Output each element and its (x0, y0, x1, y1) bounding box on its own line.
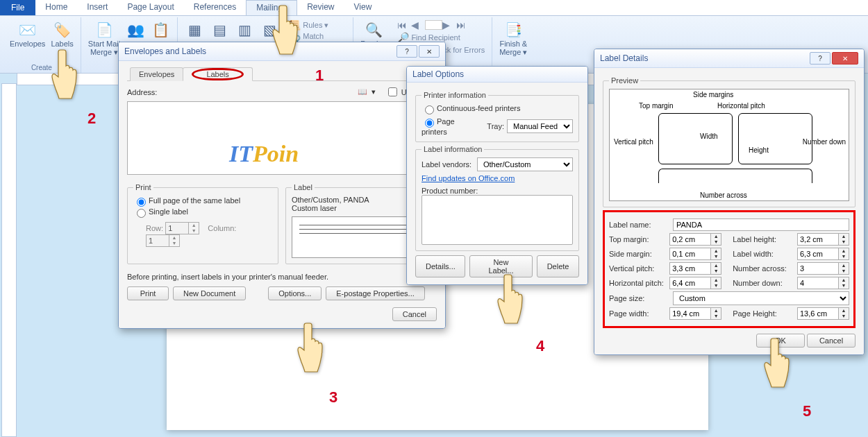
group-finish: 📑 Finish & Merge ▾ (492, 17, 534, 73)
radio-single-label[interactable] (137, 209, 146, 218)
dlg3-ok[interactable]: OK (756, 334, 805, 348)
tab-review[interactable]: Review (297, 0, 344, 15)
edit-recipients-icon: 📋 (151, 20, 170, 40)
product-number-list[interactable] (422, 195, 573, 245)
labelname-input[interactable] (673, 218, 849, 231)
btn-options[interactable]: Options... (268, 286, 322, 300)
address-dropdown-icon[interactable]: ▾ (372, 87, 376, 96)
tray-select[interactable]: Manual Feed (507, 119, 573, 133)
vpitch-input[interactable]: ▲▼ (669, 262, 721, 275)
tab-insert[interactable]: Insert (77, 0, 117, 15)
link-find-updates[interactable]: Find updates on Office.com (422, 174, 515, 182)
numacross-input[interactable]: ▲▼ (797, 262, 849, 275)
ruler-vertical (1, 83, 17, 437)
address-label: Address: (127, 88, 353, 96)
pagewidth-input[interactable]: ▲▼ (669, 307, 721, 320)
topmargin-label: Top margin: (609, 235, 669, 243)
address-textarea[interactable] (127, 101, 444, 175)
btn-start-merge-label: Start Mail Merge ▾ (88, 40, 120, 57)
row-input (165, 222, 189, 234)
label-legend: Label (292, 183, 315, 191)
label-icon: 🏷️ (53, 20, 72, 40)
dialog-label-details: Label Details ? ✕ Preview Side margins T… (594, 49, 865, 355)
tab-view[interactable]: View (344, 0, 382, 15)
tab-mailings[interactable]: Mailings (246, 0, 297, 15)
btn-delete[interactable]: Delete (537, 255, 579, 277)
pageheight-input[interactable]: ▲▼ (797, 307, 849, 320)
hpitch-label: Horizontal pitch: (609, 279, 669, 287)
tab-references[interactable]: References (184, 0, 246, 15)
btn-epostage[interactable]: E-postage Properties... (326, 286, 425, 300)
greeting-icon: ▥ (235, 20, 254, 40)
sidemargin-input[interactable]: ▲▼ (669, 248, 721, 260)
dlg1-help-button[interactable]: ? (397, 45, 417, 58)
dlg1-close-button[interactable]: ✕ (419, 45, 440, 58)
sidemargin-label: Side margin: (609, 250, 669, 258)
opt-page-printers[interactable]: Page printers (422, 117, 478, 136)
nav-arrows[interactable]: ⏮◀ ▶⏭ (397, 19, 485, 31)
tab-envelopes[interactable]: Envelopes (130, 67, 183, 81)
btn-print[interactable]: Print (127, 286, 169, 300)
vendors-select[interactable]: Other/Custom (477, 157, 573, 171)
dlg3-titlebar[interactable]: Label Details ? ✕ (594, 49, 864, 68)
numdown-label: Number down: (733, 279, 797, 287)
btn-start-mail-merge[interactable]: 📄 Start Mail Merge ▾ (88, 20, 120, 57)
dlg2-title: Label Options (412, 69, 464, 79)
recipients-icon: 👥 (126, 20, 145, 40)
column-input (146, 234, 169, 247)
finish-icon: 📑 (503, 20, 523, 40)
vpitch-label: Vertical pitch: (609, 264, 669, 273)
topmargin-input[interactable]: ▲▼ (669, 233, 721, 246)
addressblock-icon: ▤ (210, 20, 229, 40)
column-label: Column: (208, 224, 236, 232)
btn-finish-merge[interactable]: 📑 Finish & Merge ▾ (499, 20, 527, 57)
dialog-envelopes-labels: Envelopes and Labels ? ✕ Envelopes Label… (118, 42, 446, 329)
btn-labels[interactable]: 🏷️ Labels (51, 20, 73, 48)
tab-page-layout[interactable]: Page Layout (117, 0, 183, 15)
pagewidth-label: Page width: (609, 309, 669, 318)
btn-finish-label: Finish & Merge ▾ (499, 40, 527, 57)
opt-continuous[interactable]: Continuous-feed printers (422, 104, 520, 112)
btn-details[interactable]: Details... (415, 255, 465, 277)
group-create-label: Create (31, 64, 52, 73)
use-return-checkbox[interactable] (388, 87, 397, 96)
preview-icon: 🔍 (365, 20, 384, 40)
radio-full-page[interactable] (137, 198, 146, 207)
dlg1-titlebar[interactable]: Envelopes and Labels ? ✕ (119, 42, 445, 61)
annotation-2: 2 (87, 111, 96, 126)
last-icon: ⏭ (456, 19, 467, 31)
dlg1-cancel[interactable]: Cancel (392, 307, 437, 321)
labelheight-label: Label height: (733, 235, 797, 243)
printer-legend: Printer information (422, 91, 488, 99)
radio-page-printers[interactable] (425, 119, 434, 128)
opt-single-label[interactable]: Single label (133, 207, 188, 216)
opt-full-page[interactable]: Full page of the same label (133, 196, 240, 205)
btn-rules[interactable]: 📜Rules ▾ (289, 19, 346, 31)
dlg3-cancel[interactable]: Cancel (807, 334, 856, 348)
hpitch-input[interactable]: ▲▼ (669, 277, 721, 289)
btn-new-label[interactable]: New Label... (469, 255, 532, 277)
labelheight-input[interactable]: ▲▼ (797, 233, 849, 246)
tab-labels[interactable]: Labels (183, 67, 252, 81)
btn-envelopes[interactable]: ✉️ Envelopes (10, 20, 45, 48)
labelinfo-legend: Label information (422, 145, 484, 153)
addressbook-icon[interactable]: 📖 (358, 87, 367, 96)
dlg3-help-button[interactable]: ? (810, 52, 831, 65)
labelwidth-input[interactable]: ▲▼ (797, 248, 849, 260)
pagesize-select[interactable]: Custom (673, 291, 849, 305)
dlg1-title: Envelopes and Labels (124, 46, 206, 56)
dlg3-close-button[interactable]: ✕ (832, 52, 858, 65)
dlg2-titlebar[interactable]: Label Options (407, 67, 587, 83)
radio-continuous[interactable] (425, 105, 434, 114)
btn-new-document[interactable]: New Document (173, 286, 246, 300)
preview-diagram: Side margins Top margin Horizontal pitch… (609, 89, 849, 201)
next-icon: ▶ (442, 19, 453, 31)
pageheight-label: Page Height: (733, 309, 797, 318)
numdown-input[interactable]: ▲▼ (797, 277, 849, 289)
first-icon: ⏮ (397, 19, 408, 31)
dlg1-tabs: Envelopes Labels (127, 67, 437, 81)
tab-home[interactable]: Home (35, 0, 77, 15)
tab-file[interactable]: File (0, 0, 35, 15)
dlg1-footnote: Before printing, insert labels in your p… (127, 273, 437, 281)
ribbon-tabs: File Home Insert Page Layout References … (0, 0, 868, 16)
